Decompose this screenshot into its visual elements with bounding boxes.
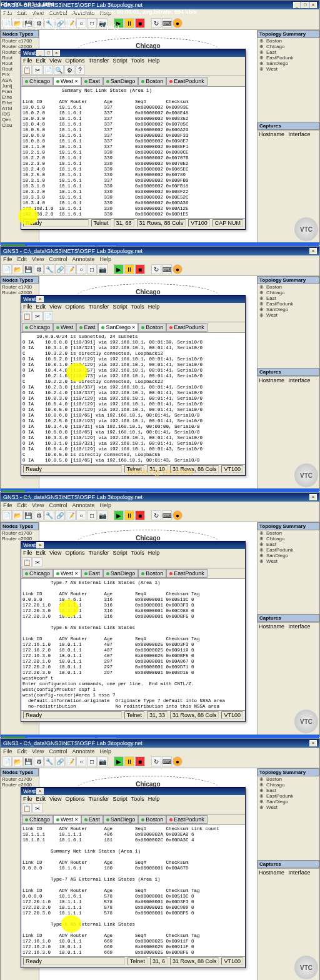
frame-4: GNS3 - C:\_data\GNS3\NETS\OSPF Lab 3\top…	[0, 738, 320, 980]
terminal-output[interactable]: Type-7 AS External Link States (Area 1) …	[21, 579, 245, 710]
topo-item[interactable]: Chicago	[258, 44, 319, 49]
topo-item[interactable]: SanDiego	[258, 61, 319, 66]
terminal-statusbar: Ready Telnet 31, 68 31 Rows, 88 Cols VT1…	[21, 218, 245, 227]
captures-header: Hostname Interface	[258, 130, 319, 138]
right-panel: Topology Summary Boston Chicago East Eas…	[257, 276, 319, 488]
status-caps: CAP NUM	[212, 219, 243, 227]
status-size: 31 Rows, 88 Cols	[137, 219, 186, 227]
terminal-window: West× FileEditViewOptionsTransferScriptT…	[21, 295, 246, 476]
status-pos: 31, 68	[114, 219, 134, 227]
term-tool-icon[interactable]: 📋	[22, 65, 32, 75]
terminal-titlebar: West _ □ ×	[21, 49, 245, 57]
term-menu-script[interactable]: Script	[113, 57, 128, 64]
terminal-toolbar: 📋 ✂ 📄 🔍 ⚙ ?	[21, 64, 245, 76]
term-menu-transfer[interactable]: Transfer	[88, 57, 109, 64]
terminal-menubar: File Edit View Options Transfer Script T…	[21, 57, 245, 64]
tab-eastpodunk[interactable]: EastPodunk	[166, 77, 208, 86]
tab-sandiego[interactable]: SanDiego	[103, 77, 139, 86]
node-item[interactable]: Router c1700	[1, 38, 39, 44]
terminal-tabs: Chicago West × East SanDiego Boston East…	[21, 76, 245, 87]
topo-panel-title: Topology Summary	[258, 30, 319, 38]
topo-item[interactable]: Boston	[258, 38, 319, 44]
minimize-button[interactable]: _	[293, 2, 301, 8]
term-menu-help[interactable]: Help	[148, 57, 160, 64]
canvas[interactable]: Chicago West _ □ × File Edit View Option…	[39, 30, 257, 242]
right-panel: Topology Summary Boston Chicago East Eas…	[257, 30, 319, 242]
vtc-logo: VTC	[294, 217, 318, 241]
topo-item[interactable]: West	[258, 66, 319, 72]
term-close[interactable]: ×	[52, 50, 60, 56]
status-telnet: Telnet	[91, 219, 111, 227]
captures-title: Captures	[258, 122, 319, 130]
terminal-output[interactable]: Link ID ADV Router Age Seq# Checksum Lin…	[21, 825, 245, 956]
tab-west[interactable]: West ×	[53, 77, 81, 86]
term-tool-icon[interactable]: 🔍	[54, 65, 64, 75]
tab-east[interactable]: East	[81, 77, 103, 86]
term-menu-view[interactable]: View	[49, 57, 61, 64]
close-button[interactable]: ×	[309, 2, 317, 8]
terminal-output[interactable]: Summary Net Link States (Area 1) Link ID…	[21, 87, 245, 218]
terminal-output[interactable]: 10.0.0.0/24 is subnetted, 24 subnets O I…	[21, 333, 245, 464]
maximize-button[interactable]: □	[301, 2, 309, 8]
term-menu-options[interactable]: Options	[65, 57, 84, 64]
term-tool-icon[interactable]: ✂	[32, 65, 42, 75]
term-maximize[interactable]: □	[44, 50, 52, 56]
status-vt: VT100	[188, 219, 210, 227]
tab-boston[interactable]: Boston	[138, 77, 166, 86]
video-info-overlay: File: 60LAB3~1.MP4 Size: 26790874 bytes …	[0, 0, 198, 31]
term-menu-file[interactable]: File	[23, 57, 32, 64]
term-menu-tools[interactable]: Tools	[131, 57, 144, 64]
topo-item[interactable]: East	[258, 49, 319, 55]
gns3-menubar: FileEditViewControlAnnotateHelp	[1, 255, 319, 263]
frame-2: GNS3 - C:\_data\GNS3\NETS\OSPF Lab 3\top…	[0, 246, 320, 491]
terminal-window: West _ □ × File Edit View Options Transf…	[21, 49, 246, 230]
gns3-titlebar: GNS3 - C:\_data\GNS3\NETS\OSPF Lab 3\top…	[1, 247, 319, 255]
term-minimize[interactable]: _	[36, 50, 44, 56]
terminal-title: West	[23, 50, 36, 56]
term-tool-icon[interactable]: ⚙	[64, 65, 74, 75]
term-menu-edit[interactable]: Edit	[36, 57, 46, 64]
frame-3: GNS3 - C:\_data\GNS3\NETS\OSPF Lab 3\top…	[0, 492, 320, 737]
status-ready: Ready	[23, 219, 89, 227]
topo-item[interactable]: EastPodunk	[258, 55, 319, 61]
frame-1: GNS3 - C:\_data\GNS3\NETS\OSPF Lab 3\top…	[0, 0, 320, 245]
canvas[interactable]: Chicago West× FileEditViewOptionsTransfe…	[39, 276, 257, 488]
term-tool-icon[interactable]: ?	[75, 65, 85, 75]
close-button[interactable]: ×	[309, 248, 317, 254]
gns3-toolbar: 📄📂💾⚙🔧🔗📝○□📷 ▶⏸■↻⌨●	[1, 263, 319, 276]
tab-chicago[interactable]: Chicago	[22, 77, 53, 86]
term-tool-icon[interactable]: 📄	[43, 65, 53, 75]
